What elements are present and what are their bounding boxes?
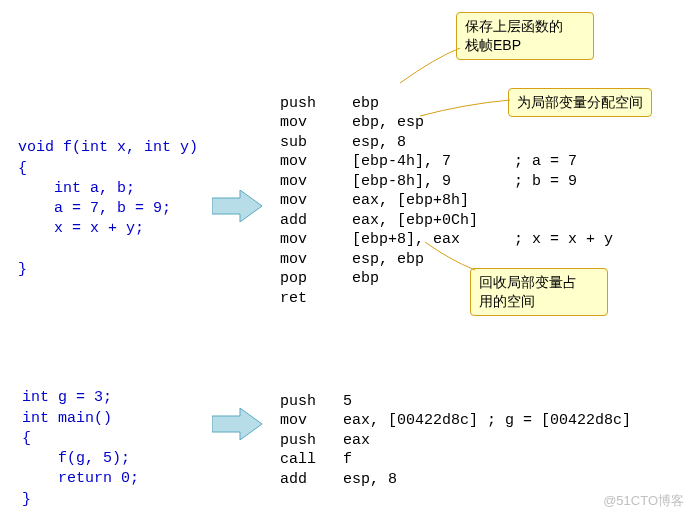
callout-text: 保存上层函数的 xyxy=(465,18,563,34)
asm-line: ret xyxy=(280,290,307,307)
watermark: @51CTO博客 xyxy=(603,492,684,510)
code-line: int g = 3; xyxy=(22,389,112,406)
asm-line: pop ebp xyxy=(280,270,379,287)
code-line: void f(int x, int y) xyxy=(18,139,198,156)
asm-line: call f xyxy=(280,451,352,468)
source-code-f: void f(int x, int y) { int a, b; a = 7, … xyxy=(18,118,198,280)
code-line: a = 7, b = 9; xyxy=(18,200,171,217)
code-line: } xyxy=(22,491,31,508)
asm-line: push ebp xyxy=(280,95,379,112)
asm-line: add eax, [ebp+0Ch] xyxy=(280,212,478,229)
code-line: int a, b; xyxy=(18,180,135,197)
asm-line: mov [ebp-4h], 7 ; a = 7 xyxy=(280,153,577,170)
assembly-code-f: push ebp mov ebp, esp sub esp, 8 mov [eb… xyxy=(280,74,613,308)
assembly-code-main: push 5 mov eax, [00422d8c] ; g = [00422d… xyxy=(280,372,631,489)
asm-line: mov eax, [00422d8c] ; g = [00422d8c] xyxy=(280,412,631,429)
callout-save-ebp: 保存上层函数的 栈帧EBP xyxy=(456,12,594,60)
asm-line: push eax xyxy=(280,432,370,449)
source-code-main: int g = 3; int main() { f(g, 5); return … xyxy=(22,368,139,510)
arrow-icon xyxy=(212,408,262,440)
svg-marker-0 xyxy=(212,190,262,222)
code-line: return 0; xyxy=(22,470,139,487)
arrow-icon xyxy=(212,190,262,222)
svg-marker-1 xyxy=(212,408,262,440)
code-line: f(g, 5); xyxy=(22,450,130,467)
code-line: x = x + y; xyxy=(18,220,144,237)
asm-line: mov eax, [ebp+8h] xyxy=(280,192,469,209)
asm-line: mov ebp, esp xyxy=(280,114,424,131)
asm-line: sub esp, 8 xyxy=(280,134,406,151)
code-line: { xyxy=(18,160,27,177)
callout-text: 栈帧EBP xyxy=(465,37,521,53)
asm-line: mov [ebp+8], eax ; x = x + y xyxy=(280,231,613,248)
asm-line: mov [ebp-8h], 9 ; b = 9 xyxy=(280,173,577,190)
asm-line: push 5 xyxy=(280,393,352,410)
code-line: } xyxy=(18,261,27,278)
code-line: int main() xyxy=(22,410,112,427)
code-line: { xyxy=(22,430,31,447)
asm-line: mov esp, ebp xyxy=(280,251,424,268)
asm-line: add esp, 8 xyxy=(280,471,397,488)
